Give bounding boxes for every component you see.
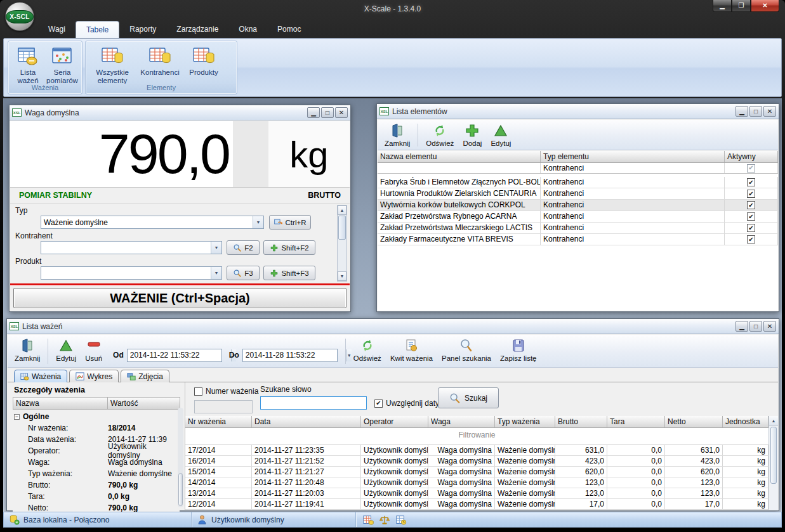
- table-row[interactable]: 13/20142014-11-27 11:20:03Użytkownik dom…: [185, 488, 769, 499]
- scroll-down-icon[interactable]: ▼: [338, 271, 346, 281]
- ribbon-button-produkty[interactable]: Produkty: [183, 44, 224, 77]
- minimize-button[interactable]: ▁: [713, 0, 732, 12]
- edit-button[interactable]: Edytuj: [51, 337, 81, 366]
- table-row[interactable]: Zakład Przetwórstwa Rybnego ACARNAKontra…: [378, 211, 778, 223]
- refresh-button[interactable]: Odśwież: [421, 122, 458, 148]
- date-from-input[interactable]: [128, 349, 231, 361]
- table-row[interactable]: 17/20142014-11-27 11:23:35Użytkownik dom…: [185, 445, 769, 456]
- scroll-up-icon[interactable]: ▲: [338, 205, 346, 215]
- produkt-search-button[interactable]: F3: [227, 266, 260, 280]
- column-header[interactable]: Netto: [665, 416, 723, 427]
- table-row[interactable]: Fabryka Śrub i Elemnetów Złącznych POL-B…: [378, 177, 778, 188]
- table-row[interactable]: Zakłady Farmaceutyczne VITA BREVISKontra…: [378, 234, 778, 245]
- column-header[interactable]: Data: [252, 416, 361, 427]
- typ-combobox[interactable]: Ważenie domyślne ▼: [41, 216, 264, 229]
- ribbon-button-lista-wazen[interactable]: Lista ważeń: [11, 44, 45, 85]
- kontrahent-combobox[interactable]: ▼: [41, 241, 222, 254]
- date-to-field[interactable]: ▼: [242, 349, 338, 362]
- details-row[interactable]: Typ ważenia:Ważenie domyślne: [13, 468, 180, 479]
- weigh-button[interactable]: WAŻENIE (Ctrl+Spacja): [13, 288, 346, 308]
- ribbon-button-kontrahenci[interactable]: Kontrahenci: [136, 44, 183, 77]
- table-clock-status-icon[interactable]: [395, 514, 407, 526]
- filter-band[interactable]: Filtrowanie: [185, 428, 769, 445]
- scale-maximize-button[interactable]: □: [321, 107, 334, 118]
- form-scrollbar[interactable]: ▲ ▼: [337, 205, 347, 282]
- column-header[interactable]: Typ elementu: [541, 151, 725, 162]
- scrollbar-thumb[interactable]: [338, 216, 346, 240]
- checkbox-checked[interactable]: ✔: [747, 201, 755, 209]
- details-row[interactable]: Brutto:790,0 kg: [13, 479, 180, 491]
- ribbon-tab-tabele[interactable]: Tabele: [76, 21, 119, 38]
- table-row[interactable]: Hurtownia Produktów Zielarskich CENTAURI…: [378, 188, 778, 200]
- column-header[interactable]: Wartość: [108, 397, 180, 410]
- kontrahent-search-button[interactable]: F2: [227, 240, 260, 255]
- table-row[interactable]: 15/20142014-11-27 11:21:27Użytkownik dom…: [185, 467, 769, 477]
- column-header[interactable]: Brutto: [555, 416, 607, 427]
- checkbox-checked[interactable]: ✔: [747, 235, 755, 243]
- checkbox-checked[interactable]: ✔: [747, 164, 755, 172]
- scrollbar-thumb[interactable]: [178, 473, 183, 506]
- ribbon-tab-raporty[interactable]: Raporty: [119, 21, 166, 38]
- close-list-button[interactable]: Zamknij: [10, 337, 44, 366]
- elements-window-titlebar[interactable]: XSL Lista elementów ▁ □ ✕: [377, 104, 779, 119]
- checkbox-checked[interactable]: ✔: [747, 190, 755, 198]
- elements-minimize-button[interactable]: ▁: [736, 106, 748, 117]
- ribbon-tab-pomoc[interactable]: Pomoc: [267, 21, 311, 38]
- ribbon-tab-wagi[interactable]: Wagi: [38, 21, 76, 38]
- produkt-combobox[interactable]: ▼: [41, 266, 222, 280]
- save-list-button[interactable]: Zapisz listę: [496, 337, 541, 366]
- column-header[interactable]: Nazwa elementu: [378, 151, 541, 162]
- chevron-down-icon[interactable]: ▼: [211, 242, 221, 254]
- table-row[interactable]: Zakład Przetwórtstwa Mleczarskiego LACTI…: [378, 223, 778, 234]
- ribbon-button-wszystkie-elementy[interactable]: Wszystkie elementy: [88, 44, 136, 85]
- date-from-field[interactable]: ▼: [127, 349, 222, 362]
- search-word-input[interactable]: [260, 396, 367, 410]
- table-scrollbar[interactable]: ▲: [769, 416, 778, 510]
- add-button[interactable]: Dodaj: [458, 122, 486, 148]
- search-button[interactable]: Szukaj: [438, 387, 499, 408]
- table-row[interactable]: 16/20142014-11-27 11:21:52Użytkownik dom…: [185, 456, 769, 467]
- column-header[interactable]: Waga: [428, 416, 495, 427]
- column-header[interactable]: Nazwa: [13, 397, 108, 410]
- refresh-button[interactable]: Odśwież: [349, 337, 386, 366]
- weighings-maximize-button[interactable]: □: [749, 321, 762, 332]
- checkbox-checked[interactable]: ✔: [747, 212, 755, 221]
- details-scrollbar[interactable]: [178, 408, 183, 507]
- edit-button[interactable]: Edytuj: [486, 122, 515, 148]
- column-header[interactable]: Operator: [361, 416, 428, 427]
- scale-minimize-button[interactable]: ▁: [307, 107, 320, 118]
- details-row[interactable]: Operator:Użytkownik domyślny: [13, 445, 180, 457]
- include-dates-checkbox[interactable]: ✔ Uwzględnij daty: [374, 399, 439, 408]
- scale-status-icon[interactable]: [379, 514, 390, 526]
- checkbox-checked[interactable]: ✔: [747, 178, 755, 186]
- weighing-number-checkbox[interactable]: Numer ważenia: [194, 387, 258, 396]
- column-header[interactable]: Jednostka: [723, 416, 769, 427]
- elements-close-button[interactable]: ✕: [763, 106, 776, 117]
- details-row[interactable]: Waga:Waga domyślna: [13, 457, 180, 468]
- checkbox-checked[interactable]: ✔: [374, 399, 383, 408]
- search-panel-button[interactable]: Panel szukania: [437, 337, 496, 366]
- tab-wazenia[interactable]: Ważenia: [14, 370, 67, 382]
- details-group-row[interactable]: − Ogólne: [13, 411, 180, 422]
- kontrahent-add-button[interactable]: Shift+F2: [263, 240, 315, 255]
- weighing-receipt-button[interactable]: Kwit ważenia: [386, 337, 437, 366]
- titlebar[interactable]: X-Scale - 1.3.4.0: [0, 0, 785, 19]
- close-button[interactable]: ✕: [751, 0, 779, 12]
- elements-filter-row[interactable]: Kontrahenci ✔: [378, 163, 778, 174]
- weighings-window-titlebar[interactable]: XSL Lista ważeń ▁ □ ✕: [7, 319, 779, 334]
- collapse-icon[interactable]: −: [14, 414, 20, 420]
- column-header[interactable]: Typ ważenia: [495, 416, 555, 427]
- maximize-button[interactable]: ❐: [732, 0, 751, 12]
- produkt-add-button[interactable]: Shift+F3: [263, 266, 315, 280]
- details-row[interactable]: Nr ważenia:18/2014: [13, 422, 180, 434]
- delete-button[interactable]: Usuń: [81, 337, 107, 366]
- table-row[interactable]: 14/20142014-11-27 11:20:48Użytkownik dom…: [185, 477, 769, 488]
- ribbon-tab-okna[interactable]: Okna: [228, 21, 267, 38]
- weighings-close-button[interactable]: ✕: [763, 321, 776, 332]
- column-header[interactable]: Tara: [607, 416, 665, 427]
- checkbox-unchecked[interactable]: [194, 387, 202, 396]
- tab-zdjecia[interactable]: Zdjęcia: [121, 370, 169, 382]
- column-header[interactable]: Aktywny: [725, 151, 778, 162]
- checkbox-checked[interactable]: ✔: [747, 224, 755, 232]
- tab-wykres[interactable]: Wykres: [69, 370, 119, 382]
